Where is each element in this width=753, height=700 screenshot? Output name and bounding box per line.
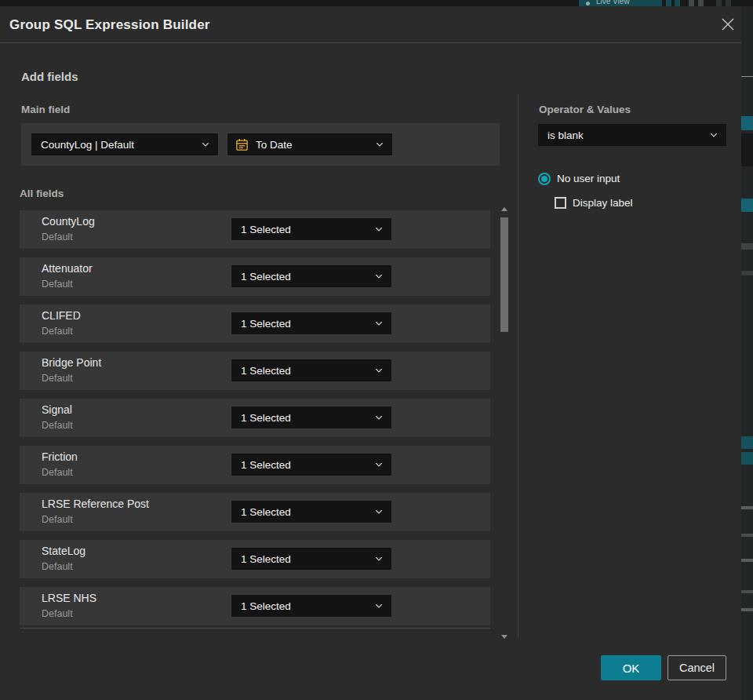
field-row: LRSE Reference Post Default 1 Selected <box>20 493 490 531</box>
field-selection-select[interactable]: 1 Selected <box>231 595 391 617</box>
field-type: Default <box>42 420 73 431</box>
field-row: StateLog Default 1 Selected <box>20 540 490 578</box>
field-type: Default <box>42 608 73 619</box>
field-selection-value: 1 Selected <box>241 600 291 612</box>
field-selection-select[interactable]: 1 Selected <box>231 501 391 523</box>
field-name: CLIFED <box>42 309 81 322</box>
chevron-down-icon <box>374 460 384 469</box>
field-name: LRSE NHS <box>42 592 96 604</box>
close-button[interactable] <box>717 14 739 36</box>
field-selection-select[interactable]: 1 Selected <box>231 218 391 240</box>
field-selection-select[interactable]: 1 Selected <box>231 454 391 476</box>
all-fields-label: All fields <box>20 188 64 199</box>
all-fields-list: CountyLog Default 1 Selected Attenuator … <box>20 210 490 634</box>
field-name: LRSE Reference Post <box>42 498 149 510</box>
close-icon <box>721 22 735 34</box>
field-name: Friction <box>42 450 78 463</box>
chevron-down-icon <box>375 140 384 149</box>
operator-select-value: is blank <box>547 129 584 141</box>
field-selection-select[interactable]: 1 Selected <box>231 265 391 287</box>
field-row: LRSE NHS Default 1 Selected <box>20 587 490 625</box>
main-field-label: Main field <box>21 104 70 115</box>
field-name: Signal <box>42 403 72 416</box>
main-field-select-value: CountyLog | Default <box>41 139 134 151</box>
topbar-fragment <box>716 0 722 6</box>
chevron-down-icon <box>374 554 384 563</box>
ok-button[interactable]: OK <box>601 655 661 680</box>
field-type: Default <box>42 279 73 290</box>
scrollbar-track[interactable] <box>500 214 508 632</box>
field-type: Default <box>42 514 73 525</box>
scroll-up-icon[interactable] <box>501 207 507 211</box>
operator-values-label: Operator & Values <box>539 104 631 115</box>
date-field-select[interactable]: To Date <box>227 133 392 155</box>
dialog-titlebar: Group SQL Expression Builder <box>0 6 741 43</box>
chevron-down-icon <box>374 272 384 281</box>
field-selection-value: 1 Selected <box>241 365 291 377</box>
topbar-fragment <box>698 0 704 6</box>
field-selection-select[interactable]: 1 Selected <box>231 407 391 428</box>
group-sql-expression-builder-dialog: Group SQL Expression Builder Add fields … <box>0 6 741 700</box>
field-selection-value: 1 Selected <box>241 412 291 424</box>
dialog-title: Group SQL Expression Builder <box>9 6 210 43</box>
panel-divider <box>518 94 518 637</box>
field-row: Friction Default 1 Selected <box>20 446 490 484</box>
topbar-fragment <box>689 0 694 6</box>
scroll-down-icon[interactable] <box>501 635 507 639</box>
field-name: StateLog <box>42 545 85 557</box>
field-row: Signal Default 1 Selected <box>20 399 490 437</box>
add-fields-heading: Add fields <box>21 70 78 83</box>
field-row: CountyLog Default 1 Selected <box>20 210 490 249</box>
field-selection-value: 1 Selected <box>241 553 291 565</box>
field-selection-value: 1 Selected <box>241 318 291 330</box>
operator-select[interactable]: is blank <box>538 124 726 146</box>
main-field-panel: CountyLog | Default To Date <box>21 123 500 166</box>
chevron-down-icon <box>374 413 384 422</box>
field-name: Bridge Point <box>42 356 101 369</box>
no-user-input-label: No user input <box>557 173 620 185</box>
all-fields-scrollbar[interactable] <box>499 207 510 639</box>
background-app-topbar: Live View <box>0 0 753 6</box>
live-view-button[interactable]: Live View <box>579 0 662 6</box>
field-name: Attenuator <box>42 262 93 275</box>
topbar-fragment <box>666 0 671 6</box>
field-selection-select[interactable]: 1 Selected <box>231 359 391 381</box>
chevron-down-icon <box>374 366 384 375</box>
chevron-down-icon <box>709 130 718 140</box>
field-type: Default <box>42 373 73 384</box>
field-type: Default <box>42 326 73 337</box>
chevron-down-icon <box>201 140 210 149</box>
topbar-fragment <box>726 0 731 6</box>
list-divider <box>20 628 490 629</box>
display-label-label: Display label <box>573 197 633 209</box>
date-field-select-value: To Date <box>256 139 293 151</box>
chevron-down-icon <box>374 319 384 328</box>
live-dot-icon <box>586 2 590 5</box>
field-selection-value: 1 Selected <box>241 224 291 235</box>
field-type: Default <box>42 232 73 242</box>
field-type: Default <box>42 561 73 572</box>
field-selection-select[interactable]: 1 Selected <box>231 312 391 334</box>
radio-selected-icon[interactable] <box>538 173 551 185</box>
field-type: Default <box>42 467 73 478</box>
field-selection-value: 1 Selected <box>241 506 291 518</box>
field-name: CountyLog <box>42 215 95 228</box>
chevron-down-icon <box>374 224 384 234</box>
field-row: CLIFED Default 1 Selected <box>20 304 490 343</box>
background-app-right-edge <box>741 6 753 700</box>
calendar-icon <box>235 138 249 151</box>
scrollbar-thumb[interactable] <box>500 217 508 332</box>
cancel-button[interactable]: Cancel <box>668 655 726 680</box>
live-view-label: Live View <box>596 0 630 5</box>
field-selection-value: 1 Selected <box>241 459 291 471</box>
main-field-select[interactable]: CountyLog | Default <box>31 133 218 155</box>
field-selection-value: 1 Selected <box>241 271 291 283</box>
field-row: Attenuator Default 1 Selected <box>20 257 490 296</box>
chevron-down-icon <box>374 507 384 516</box>
chevron-down-icon <box>374 601 384 611</box>
field-selection-select[interactable]: 1 Selected <box>231 548 391 570</box>
checkbox-unchecked-icon[interactable] <box>555 197 566 209</box>
field-row: Bridge Point Default 1 Selected <box>20 352 490 390</box>
topbar-fragment <box>675 0 680 6</box>
